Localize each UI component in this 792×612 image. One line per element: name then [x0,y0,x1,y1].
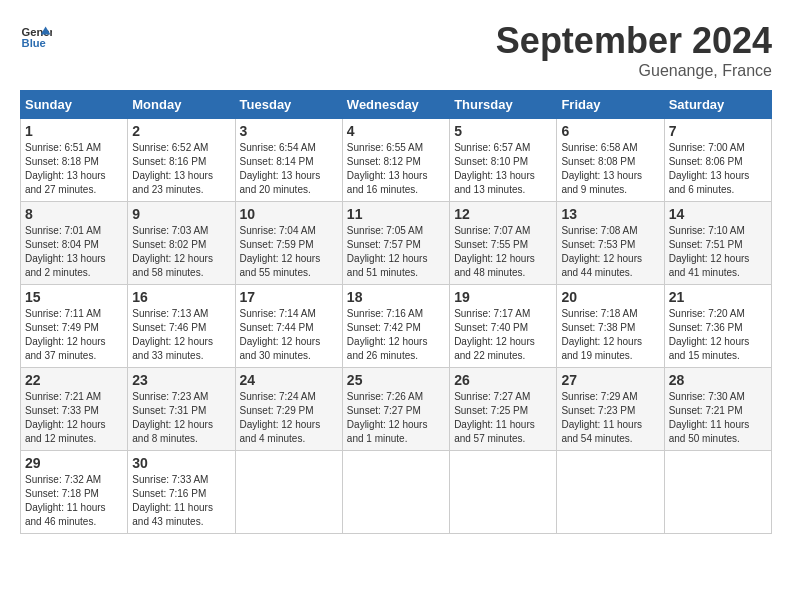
cell-25: 25Sunrise: 7:26 AM Sunset: 7:27 PM Dayli… [342,368,449,451]
header-row: Sunday Monday Tuesday Wednesday Thursday… [21,91,772,119]
day-info-21: Sunrise: 7:20 AM Sunset: 7:36 PM Dayligh… [669,307,767,363]
cell-27: 27Sunrise: 7:29 AM Sunset: 7:23 PM Dayli… [557,368,664,451]
col-tuesday: Tuesday [235,91,342,119]
cell-10: 10Sunrise: 7:04 AM Sunset: 7:59 PM Dayli… [235,202,342,285]
day-number-10: 10 [240,206,338,222]
day-info-29: Sunrise: 7:32 AM Sunset: 7:18 PM Dayligh… [25,473,123,529]
day-number-7: 7 [669,123,767,139]
day-info-26: Sunrise: 7:27 AM Sunset: 7:25 PM Dayligh… [454,390,552,446]
day-info-10: Sunrise: 7:04 AM Sunset: 7:59 PM Dayligh… [240,224,338,280]
cell-29: 29Sunrise: 7:32 AM Sunset: 7:18 PM Dayli… [21,451,128,534]
day-number-15: 15 [25,289,123,305]
day-number-22: 22 [25,372,123,388]
location-title: Guenange, France [496,62,772,80]
col-monday: Monday [128,91,235,119]
col-friday: Friday [557,91,664,119]
cell-21: 21Sunrise: 7:20 AM Sunset: 7:36 PM Dayli… [664,285,771,368]
day-info-15: Sunrise: 7:11 AM Sunset: 7:49 PM Dayligh… [25,307,123,363]
day-number-1: 1 [25,123,123,139]
logo: General Blue [20,20,52,52]
week-row-1: 1Sunrise: 6:51 AM Sunset: 8:18 PM Daylig… [21,119,772,202]
day-info-4: Sunrise: 6:55 AM Sunset: 8:12 PM Dayligh… [347,141,445,197]
cell-13: 13Sunrise: 7:08 AM Sunset: 7:53 PM Dayli… [557,202,664,285]
week-row-2: 8Sunrise: 7:01 AM Sunset: 8:04 PM Daylig… [21,202,772,285]
day-info-9: Sunrise: 7:03 AM Sunset: 8:02 PM Dayligh… [132,224,230,280]
day-info-22: Sunrise: 7:21 AM Sunset: 7:33 PM Dayligh… [25,390,123,446]
cell-5: 5Sunrise: 6:57 AM Sunset: 8:10 PM Daylig… [450,119,557,202]
cell-18: 18Sunrise: 7:16 AM Sunset: 7:42 PM Dayli… [342,285,449,368]
day-number-24: 24 [240,372,338,388]
day-number-29: 29 [25,455,123,471]
day-info-12: Sunrise: 7:07 AM Sunset: 7:55 PM Dayligh… [454,224,552,280]
cell-20: 20Sunrise: 7:18 AM Sunset: 7:38 PM Dayli… [557,285,664,368]
day-number-27: 27 [561,372,659,388]
day-number-28: 28 [669,372,767,388]
day-number-20: 20 [561,289,659,305]
day-number-30: 30 [132,455,230,471]
cell-empty [664,451,771,534]
day-info-13: Sunrise: 7:08 AM Sunset: 7:53 PM Dayligh… [561,224,659,280]
day-info-17: Sunrise: 7:14 AM Sunset: 7:44 PM Dayligh… [240,307,338,363]
cell-24: 24Sunrise: 7:24 AM Sunset: 7:29 PM Dayli… [235,368,342,451]
day-info-23: Sunrise: 7:23 AM Sunset: 7:31 PM Dayligh… [132,390,230,446]
day-info-18: Sunrise: 7:16 AM Sunset: 7:42 PM Dayligh… [347,307,445,363]
week-row-4: 22Sunrise: 7:21 AM Sunset: 7:33 PM Dayli… [21,368,772,451]
day-number-9: 9 [132,206,230,222]
day-info-25: Sunrise: 7:26 AM Sunset: 7:27 PM Dayligh… [347,390,445,446]
title-section: September 2024 Guenange, France [496,20,772,80]
day-info-1: Sunrise: 6:51 AM Sunset: 8:18 PM Dayligh… [25,141,123,197]
cell-17: 17Sunrise: 7:14 AM Sunset: 7:44 PM Dayli… [235,285,342,368]
cell-empty [235,451,342,534]
cell-28: 28Sunrise: 7:30 AM Sunset: 7:21 PM Dayli… [664,368,771,451]
cell-22: 22Sunrise: 7:21 AM Sunset: 7:33 PM Dayli… [21,368,128,451]
day-number-26: 26 [454,372,552,388]
day-number-14: 14 [669,206,767,222]
col-thursday: Thursday [450,91,557,119]
cell-1: 1Sunrise: 6:51 AM Sunset: 8:18 PM Daylig… [21,119,128,202]
cell-30: 30Sunrise: 7:33 AM Sunset: 7:16 PM Dayli… [128,451,235,534]
svg-text:Blue: Blue [22,37,46,49]
month-title: September 2024 [496,20,772,62]
cell-3: 3Sunrise: 6:54 AM Sunset: 8:14 PM Daylig… [235,119,342,202]
cell-6: 6Sunrise: 6:58 AM Sunset: 8:08 PM Daylig… [557,119,664,202]
day-number-23: 23 [132,372,230,388]
day-number-2: 2 [132,123,230,139]
col-wednesday: Wednesday [342,91,449,119]
day-info-11: Sunrise: 7:05 AM Sunset: 7:57 PM Dayligh… [347,224,445,280]
cell-19: 19Sunrise: 7:17 AM Sunset: 7:40 PM Dayli… [450,285,557,368]
day-info-3: Sunrise: 6:54 AM Sunset: 8:14 PM Dayligh… [240,141,338,197]
week-row-3: 15Sunrise: 7:11 AM Sunset: 7:49 PM Dayli… [21,285,772,368]
day-info-8: Sunrise: 7:01 AM Sunset: 8:04 PM Dayligh… [25,224,123,280]
cell-16: 16Sunrise: 7:13 AM Sunset: 7:46 PM Dayli… [128,285,235,368]
cell-2: 2Sunrise: 6:52 AM Sunset: 8:16 PM Daylig… [128,119,235,202]
cell-12: 12Sunrise: 7:07 AM Sunset: 7:55 PM Dayli… [450,202,557,285]
day-info-27: Sunrise: 7:29 AM Sunset: 7:23 PM Dayligh… [561,390,659,446]
day-number-5: 5 [454,123,552,139]
day-info-24: Sunrise: 7:24 AM Sunset: 7:29 PM Dayligh… [240,390,338,446]
day-number-3: 3 [240,123,338,139]
cell-23: 23Sunrise: 7:23 AM Sunset: 7:31 PM Dayli… [128,368,235,451]
day-info-16: Sunrise: 7:13 AM Sunset: 7:46 PM Dayligh… [132,307,230,363]
cell-7: 7Sunrise: 7:00 AM Sunset: 8:06 PM Daylig… [664,119,771,202]
day-number-13: 13 [561,206,659,222]
week-row-5: 29Sunrise: 7:32 AM Sunset: 7:18 PM Dayli… [21,451,772,534]
day-number-8: 8 [25,206,123,222]
day-info-2: Sunrise: 6:52 AM Sunset: 8:16 PM Dayligh… [132,141,230,197]
day-number-11: 11 [347,206,445,222]
day-number-21: 21 [669,289,767,305]
cell-empty [450,451,557,534]
page-header: General Blue September 2024 Guenange, Fr… [20,20,772,80]
day-number-12: 12 [454,206,552,222]
col-saturday: Saturday [664,91,771,119]
logo-icon: General Blue [20,20,52,52]
cell-15: 15Sunrise: 7:11 AM Sunset: 7:49 PM Dayli… [21,285,128,368]
day-number-18: 18 [347,289,445,305]
day-info-19: Sunrise: 7:17 AM Sunset: 7:40 PM Dayligh… [454,307,552,363]
day-number-19: 19 [454,289,552,305]
day-number-6: 6 [561,123,659,139]
day-info-5: Sunrise: 6:57 AM Sunset: 8:10 PM Dayligh… [454,141,552,197]
day-info-20: Sunrise: 7:18 AM Sunset: 7:38 PM Dayligh… [561,307,659,363]
cell-11: 11Sunrise: 7:05 AM Sunset: 7:57 PM Dayli… [342,202,449,285]
cell-14: 14Sunrise: 7:10 AM Sunset: 7:51 PM Dayli… [664,202,771,285]
col-sunday: Sunday [21,91,128,119]
